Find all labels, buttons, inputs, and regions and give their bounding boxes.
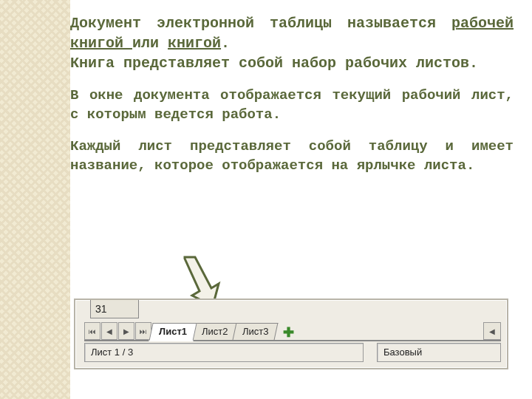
status-style-indicator: Базовый <box>377 343 501 362</box>
sheet-tab-2[interactable]: Лист2 <box>192 323 238 340</box>
paragraph-1: Документ электронной таблицы называется … <box>70 13 514 73</box>
sheet-tab-3[interactable]: Лист3 <box>233 323 279 340</box>
sheet-tab-label: Лист3 <box>242 324 268 340</box>
slide-content: Документ электронной таблицы называется … <box>70 13 514 189</box>
sheet-tab-label: Лист1 <box>159 324 187 340</box>
prev-sheet-button[interactable]: ◀ <box>101 322 117 340</box>
sheet-tabs-bar: ⏮ ◀ ▶ ⏭ Лист1 Лист2 Лист3 ✚ ◀ <box>84 319 501 341</box>
text: Книга представляет собой набор рабочих л… <box>70 55 478 72</box>
decorative-sidebar <box>0 0 70 399</box>
paragraph-2: В окне документа отображается текущий ра… <box>70 86 514 124</box>
row-header-cell: 31 <box>90 300 139 318</box>
text: или <box>132 35 168 52</box>
text: Документ электронной таблицы называется <box>70 15 451 32</box>
spreadsheet-tabs-screenshot: 31 ⏮ ◀ ▶ ⏭ Лист1 Лист2 Лист3 ✚ ◀ Лист 1 … <box>74 299 508 369</box>
next-sheet-button[interactable]: ▶ <box>118 322 134 340</box>
text: . <box>221 35 230 52</box>
first-sheet-button[interactable]: ⏮ <box>84 322 100 340</box>
status-sheet-indicator: Лист 1 / 3 <box>84 343 364 362</box>
sheet-tab-1[interactable]: Лист1 <box>149 323 197 341</box>
add-sheet-button[interactable]: ✚ <box>282 325 296 340</box>
sheet-tab-label: Лист2 <box>202 324 228 340</box>
hscroll-left-button[interactable]: ◀ <box>483 322 501 340</box>
status-bar: Лист 1 / 3 Базовый <box>84 343 501 362</box>
paragraph-3: Каждый лист представляет собой таблицу и… <box>70 137 514 175</box>
underline-text-2: книгой <box>168 35 221 52</box>
